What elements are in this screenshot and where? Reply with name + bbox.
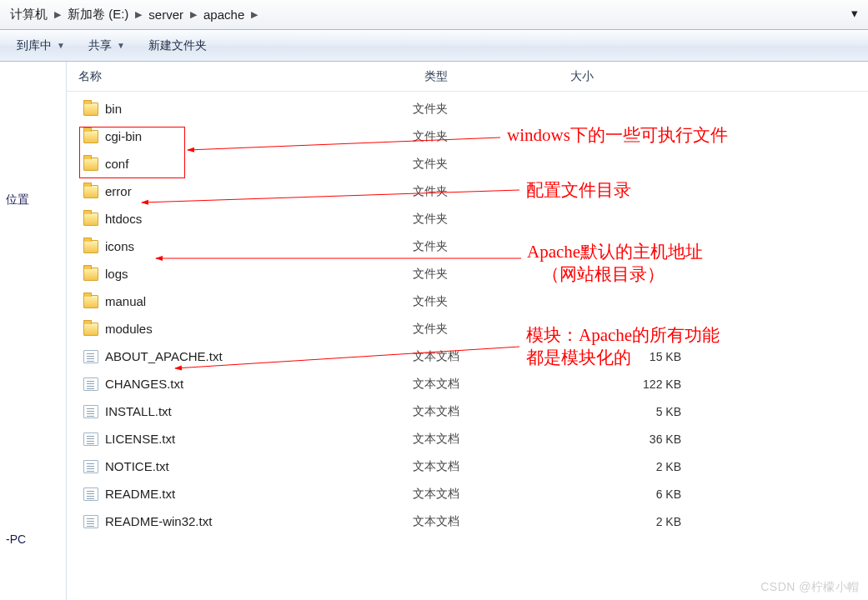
address-bar: 计算机 ▶ 新加卷 (E:) ▶ server ▶ apache ▶ ▾ [0,0,868,30]
folder-icon [83,295,98,308]
chevron-right-icon[interactable]: ▶ [53,9,63,20]
file-type: 文件夹 [413,294,559,309]
file-name: modules [105,322,153,336]
file-row[interactable]: modules文件夹 [67,315,868,342]
file-name: CHANGES.txt [105,377,183,391]
toolbar-label: 共享 [88,38,112,53]
annotation-text-htdocs-2: （网站根目录） [542,262,665,286]
file-icon [83,405,98,418]
file-name: INSTALL.txt [105,404,172,418]
file-name: bin [105,102,122,116]
file-row[interactable]: INSTALL.txt文本文档5 KB [67,398,868,425]
file-type: 文件夹 [413,212,559,227]
include-in-library-button[interactable]: 到库中 ▼ [5,34,77,58]
file-name: conf [105,157,128,171]
file-size: 2 KB [559,515,705,528]
folder-icon [83,322,98,336]
column-headers: 名称 类型 大小 [67,62,868,92]
annotation-text-htdocs-1: Apache默认的主机地址 [527,240,703,263]
file-type: 文件夹 [413,102,559,117]
watermark: CSDN @柠檬小帽 [760,580,860,595]
toolbar-label: 到库中 [17,38,52,53]
file-row[interactable]: cgi-bin文件夹 [67,122,868,150]
file-size: 122 KB [559,378,705,391]
file-icon [83,515,98,528]
file-name: htdocs [105,212,142,226]
file-name: error [105,184,132,198]
file-row[interactable]: manual文件夹 [67,288,868,315]
toolbar-label: 新建文件夹 [148,38,207,53]
breadcrumb-item[interactable]: apache [198,1,249,29]
folder-icon [83,185,98,198]
file-name: manual [105,294,146,308]
file-type: 文本文档 [413,459,559,474]
file-name: README-win32.txt [105,514,212,528]
file-name: cgi-bin [105,129,142,143]
file-row[interactable]: LICENSE.txt文本文档36 KB [67,425,868,452]
file-icon [83,378,98,391]
file-row[interactable]: NOTICE.txt文本文档2 KB [67,452,868,480]
file-name: NOTICE.txt [105,459,169,473]
folder-icon [83,212,98,226]
nav-item-pc[interactable]: -PC [3,528,63,550]
annotation-text-modules-1: 模块：Apache的所有功能 [526,323,720,347]
folder-icon [83,102,98,116]
folder-icon [83,130,98,143]
file-type: 文件夹 [413,267,559,282]
file-row[interactable]: error文件夹 [67,178,868,205]
chevron-down-icon: ▼ [117,41,125,50]
file-icon [83,432,98,446]
file-row[interactable]: logs文件夹 [67,260,868,288]
file-name: logs [105,267,128,281]
file-size: 5 KB [559,405,705,418]
chevron-right-icon[interactable]: ▶ [133,9,143,20]
file-row[interactable]: bin文件夹 [67,95,868,122]
column-header-name[interactable]: 名称 [67,62,413,91]
file-type: 文本文档 [413,514,559,529]
file-row[interactable]: CHANGES.txt文本文档122 KB [67,370,868,398]
file-row[interactable]: README-win32.txt文本文档2 KB [67,508,868,535]
file-type: 文件夹 [413,157,559,172]
file-type: 文本文档 [413,432,559,447]
file-name: ABOUT_APACHE.txt [105,349,223,363]
breadcrumb-item[interactable]: 新加卷 (E:) [63,1,133,29]
file-type: 文本文档 [413,377,559,392]
file-icon [83,460,98,473]
folder-icon [83,240,98,253]
nav-item-places[interactable]: 位置 [3,188,63,212]
file-row[interactable]: icons文件夹 [67,232,868,260]
file-row[interactable]: conf文件夹 [67,150,868,178]
annotation-text-conf: 配置文件目录 [526,178,631,202]
file-row[interactable]: README.txt文本文档6 KB [67,480,868,508]
toolbar: 到库中 ▼ 共享 ▼ 新建文件夹 [0,30,868,62]
file-list: bin文件夹cgi-bin文件夹conf文件夹error文件夹htdocs文件夹… [67,95,868,535]
annotation-text-bin: windows下的一些可执行文件 [507,123,728,147]
nav-tree: 位置 -PC [0,62,67,600]
breadcrumb-item[interactable]: server [143,1,188,29]
new-folder-button[interactable]: 新建文件夹 [137,34,218,58]
address-dropdown-icon[interactable]: ▾ [848,5,861,22]
file-type: 文本文档 [413,404,559,419]
file-name: icons [105,239,134,253]
file-row[interactable]: ABOUT_APACHE.txt文本文档15 KB [67,342,868,370]
file-row[interactable]: htdocs文件夹 [67,205,868,232]
folder-icon [83,268,98,281]
chevron-down-icon: ▼ [57,41,65,50]
file-type: 文本文档 [413,487,559,502]
file-size: 36 KB [559,432,705,446]
folder-icon [83,158,98,171]
file-name: LICENSE.txt [105,432,175,446]
chevron-right-icon[interactable]: ▶ [249,9,259,20]
file-list-panel: 名称 类型 大小 bin文件夹cgi-bin文件夹conf文件夹error文件夹… [67,62,868,600]
file-size: 6 KB [559,488,705,501]
share-button[interactable]: 共享 ▼ [77,34,137,58]
file-icon [83,488,98,501]
column-header-type[interactable]: 类型 [413,62,559,91]
file-name: README.txt [105,487,175,501]
annotation-text-modules-2: 都是模块化的 [526,346,631,369]
file-size: 2 KB [559,460,705,473]
file-icon [83,350,98,363]
chevron-right-icon[interactable]: ▶ [188,9,198,20]
column-header-size[interactable]: 大小 [559,62,725,91]
breadcrumb-item[interactable]: 计算机 [5,1,53,29]
